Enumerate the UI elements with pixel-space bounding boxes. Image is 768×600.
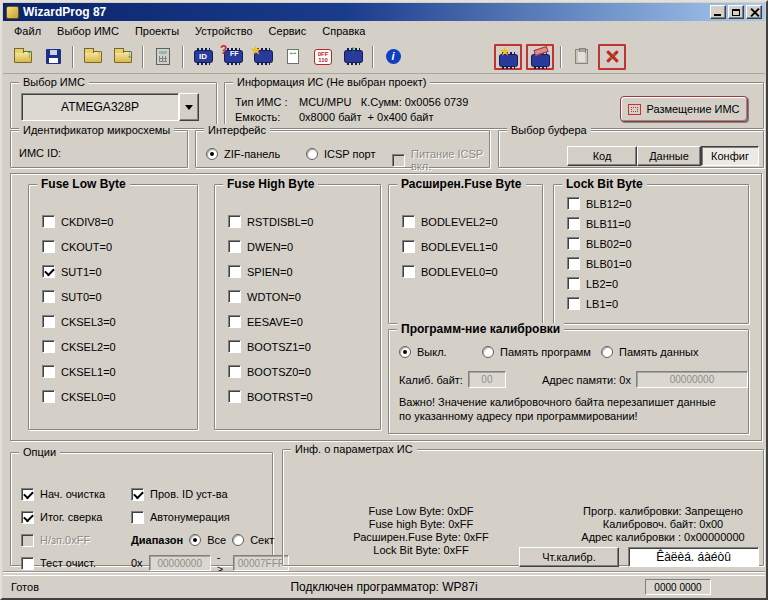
fuse-bit-row[interactable]: SUT0=0	[42, 290, 197, 303]
check-id-row[interactable]: Пров. ID уст-ва	[131, 488, 228, 501]
chip-placement-button[interactable]: Размещение ИМС	[620, 96, 748, 122]
icsp-radio[interactable]	[306, 148, 318, 160]
lock-bit-checkbox[interactable]	[567, 197, 580, 210]
range-sector-radio[interactable]	[232, 534, 244, 546]
erase-chip-button[interactable]	[526, 44, 554, 70]
fuse-bit-checkbox[interactable]	[402, 240, 415, 253]
lock-bit-row[interactable]: BLB11=0	[567, 217, 748, 230]
buffer-data-button[interactable]: Данные	[637, 146, 701, 166]
calculator-button[interactable]	[148, 44, 178, 70]
menu-item[interactable]: Файл	[6, 23, 49, 39]
fuse-bit-row[interactable]: BOOTSZ0=0	[228, 365, 380, 378]
fuse-bit-checkbox[interactable]	[42, 365, 55, 378]
chip-combobox[interactable]: ATMEGA328P	[21, 93, 179, 121]
auto-program-button[interactable]: ★	[494, 44, 522, 70]
blank-test-checkbox[interactable]	[21, 557, 34, 570]
blank-check-button[interactable]: FF?	[218, 44, 248, 70]
check-id-checkbox[interactable]	[131, 488, 144, 501]
fuse-bit-checkbox[interactable]	[42, 240, 55, 253]
lock-bit-row[interactable]: LB2=0	[567, 277, 748, 290]
info-button[interactable]: i	[378, 44, 408, 70]
blank-test-row[interactable]: Тест очист.	[21, 557, 131, 570]
menu-item[interactable]: Проекты	[127, 23, 187, 39]
calibration-datamem-radio[interactable]	[601, 346, 613, 358]
fuse-bit-row[interactable]: WDTON=0	[228, 290, 380, 303]
lock-bit-row[interactable]: LB1=0	[567, 297, 748, 310]
open-project-button[interactable]: ↑	[8, 44, 38, 70]
final-verify-checkbox[interactable]	[21, 511, 34, 524]
autonumber-checkbox[interactable]	[131, 511, 144, 524]
minimize-button[interactable]	[710, 5, 726, 19]
fuse-bit-row[interactable]: SUT1=0	[42, 265, 197, 278]
fuse-bit-checkbox[interactable]	[228, 340, 241, 353]
autonumber-row[interactable]: Автонумерация	[131, 511, 230, 524]
buffer-config-button[interactable]: Конфиг	[701, 146, 759, 166]
lock-bit-row[interactable]: BLB02=0	[567, 237, 748, 250]
lock-bit-checkbox[interactable]	[567, 277, 580, 290]
compare-chip-button[interactable]: ★	[248, 44, 278, 70]
maximize-button[interactable]	[728, 5, 744, 19]
chip-combobox-dropdown-button[interactable]	[179, 93, 199, 121]
fuse-bit-row[interactable]: BODLEVEL0=0	[402, 265, 542, 278]
fuse-bit-row[interactable]: CKSEL1=0	[42, 365, 197, 378]
save-buffer-button[interactable]: ↓	[108, 44, 138, 70]
fuse-bit-checkbox[interactable]	[42, 215, 55, 228]
save-button[interactable]	[38, 44, 68, 70]
read-calibration-button[interactable]: Чт.калибр.	[519, 547, 619, 567]
fuse-bit-row[interactable]: RSTDISBL=0	[228, 215, 380, 228]
fuse-bit-checkbox[interactable]	[228, 290, 241, 303]
fuse-bit-row[interactable]: BODLEVEL2=0	[402, 215, 542, 228]
fuse-bit-checkbox[interactable]	[42, 340, 55, 353]
program-chip-button[interactable]: ↑	[338, 44, 368, 70]
fuse-bit-checkbox[interactable]	[402, 265, 415, 278]
fuse-bit-row[interactable]: CKSEL0=0	[42, 390, 197, 403]
fuse-bit-checkbox[interactable]	[402, 215, 415, 228]
final-verify-row[interactable]: Итог. сверка	[21, 511, 131, 524]
menu-item[interactable]: Сервис	[261, 23, 315, 39]
fuse-bit-row[interactable]: BOOTRST=0	[228, 390, 380, 403]
fuse-bit-row[interactable]: SPIEN=0	[228, 265, 380, 278]
fuse-bit-checkbox[interactable]	[42, 290, 55, 303]
fuse-bit-row[interactable]: CKSEL2=0	[42, 340, 197, 353]
fuse-bit-checkbox[interactable]	[42, 315, 55, 328]
fuse-bit-row[interactable]: CKOUT=0	[42, 240, 197, 253]
calibration-bytes-field[interactable]: Êàëèá. áàéòû	[628, 547, 759, 567]
lock-bit-checkbox[interactable]	[567, 257, 580, 270]
buffer-code-button[interactable]: Код	[567, 146, 637, 166]
fuse-bit-label: BOOTSZ1=0	[247, 341, 311, 353]
fuse-bit-checkbox[interactable]	[42, 265, 55, 278]
erase-first-checkbox[interactable]	[21, 488, 34, 501]
fuse-bit-row[interactable]: EESAVE=0	[228, 315, 380, 328]
zif-radio[interactable]	[206, 148, 218, 160]
fuse-bit-row[interactable]: BODLEVEL1=0	[402, 240, 542, 253]
fuse-bit-checkbox[interactable]	[228, 265, 241, 278]
load-buffer-button[interactable]: ↑	[78, 44, 108, 70]
menu-item[interactable]: Устройство	[187, 23, 261, 39]
fuse-bit-checkbox[interactable]	[228, 315, 241, 328]
erase-first-row[interactable]: Нач. очистка	[21, 488, 131, 501]
read-id-button[interactable]: ID	[188, 44, 218, 70]
calibration-off-radio[interactable]	[399, 346, 411, 358]
calibration-progmem-radio[interactable]	[482, 346, 494, 358]
fuse-bit-checkbox[interactable]	[228, 365, 241, 378]
lock-bit-row[interactable]: BLB01=0	[567, 257, 748, 270]
lock-bit-checkbox[interactable]	[567, 297, 580, 310]
hex-view-button[interactable]: 0FF110	[308, 44, 338, 70]
fuse-bit-row[interactable]: CKSEL3=0	[42, 315, 197, 328]
fuse-bit-checkbox[interactable]	[228, 215, 241, 228]
fuse-bit-row[interactable]: DWEN=0	[228, 240, 380, 253]
lock-bit-row[interactable]: BLB12=0	[567, 197, 748, 210]
lock-bit-checkbox[interactable]	[567, 217, 580, 230]
range-all-radio[interactable]	[189, 534, 201, 546]
fuse-bit-row[interactable]: CKDIV8=0	[42, 215, 197, 228]
lock-bit-checkbox[interactable]	[567, 237, 580, 250]
fuse-bit-row[interactable]: BOOTSZ1=0	[228, 340, 380, 353]
fuse-bit-checkbox[interactable]	[42, 390, 55, 403]
menu-item[interactable]: Выбор ИМС	[49, 23, 127, 39]
exit-button[interactable]	[598, 44, 626, 70]
close-button[interactable]	[746, 5, 762, 19]
menu-item[interactable]: Справка	[314, 23, 373, 39]
fuse-bit-checkbox[interactable]	[228, 390, 241, 403]
verify-file-button[interactable]: ↔	[278, 44, 308, 70]
fuse-bit-checkbox[interactable]	[228, 240, 241, 253]
